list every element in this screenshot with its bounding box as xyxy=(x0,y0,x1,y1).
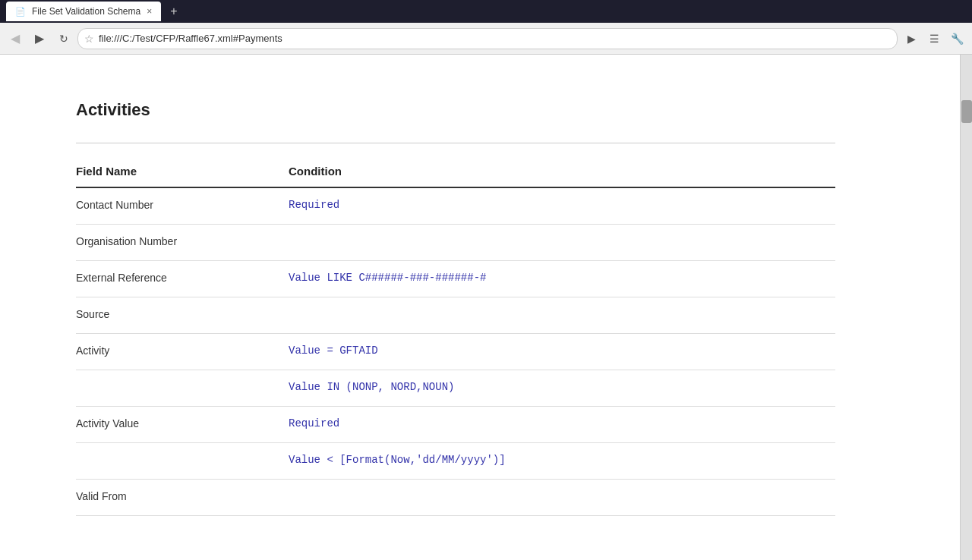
table-row: Activity Value = GFTAID xyxy=(76,334,835,370)
condition-external-reference: Value LIKE C######-###-######-# xyxy=(289,261,835,294)
new-tab-button[interactable]: + xyxy=(166,3,181,20)
header-field-name: Field Name xyxy=(76,165,289,178)
scrollbar-thumb[interactable] xyxy=(961,100,972,123)
page-content: Activities Field Name Condition Contact … xyxy=(0,55,873,546)
field-name-contact-number: Contact Number xyxy=(76,188,289,222)
table-row: Activity Value Required xyxy=(76,407,835,443)
table-row: Contact Number Required xyxy=(76,188,835,225)
condition-source xyxy=(289,297,835,319)
browser-tab[interactable]: 📄 File Set Validation Schema × xyxy=(6,2,161,21)
section-divider xyxy=(76,143,835,143)
browser-toolbar: ◀ ▶ ↻ ☆ ▶ ☰ 🔧 xyxy=(0,23,972,55)
section-title: Activities xyxy=(76,100,835,120)
table-row: Value IN (NONP, NORD,NOUN) xyxy=(76,370,835,407)
toolbar-right: ▶ ☰ 🔧 xyxy=(901,28,967,49)
settings-button[interactable]: 🔧 xyxy=(946,28,967,49)
table-row: Source xyxy=(76,297,835,334)
browser-content: Activities Field Name Condition Contact … xyxy=(0,55,960,560)
condition-contact-number: Required xyxy=(289,188,835,222)
field-name-activity: Activity xyxy=(76,334,289,367)
browser-titlebar: 📄 File Set Validation Schema × + xyxy=(0,0,972,23)
condition-activity-value-2: Required xyxy=(289,407,835,440)
reload-button[interactable]: ↻ xyxy=(53,28,74,49)
table-row: Valid From xyxy=(76,480,835,516)
go-button[interactable]: ▶ xyxy=(901,28,922,49)
address-bar[interactable] xyxy=(99,33,891,44)
condition-organisation-number xyxy=(289,225,835,246)
table-header: Field Name Condition xyxy=(76,159,835,188)
field-name-source: Source xyxy=(76,297,289,331)
field-name-external-reference: External Reference xyxy=(76,261,289,294)
condition-activity-value-3: Value < [Format(Now,'dd/MM/yyyy')] xyxy=(289,443,835,477)
condition-activity-value-1: Value IN (NONP, NORD,NOUN) xyxy=(289,370,835,404)
forward-button[interactable]: ▶ xyxy=(29,28,50,49)
tab-icon: 📄 xyxy=(15,7,26,17)
header-condition: Condition xyxy=(289,165,835,178)
bookmark-icon: ☆ xyxy=(84,33,94,45)
condition-activity: Value = GFTAID xyxy=(289,334,835,367)
scrollbar-track[interactable] xyxy=(960,55,972,560)
table-row: Organisation Number xyxy=(76,225,835,261)
condition-valid-from xyxy=(289,480,835,501)
browser-content-wrapper: Activities Field Name Condition Contact … xyxy=(0,55,972,560)
tab-close-button[interactable]: × xyxy=(147,6,152,17)
table-row: External Reference Value LIKE C######-##… xyxy=(76,261,835,297)
table-row: Value < [Format(Now,'dd/MM/yyyy')] xyxy=(76,443,835,480)
field-name-activity-value-spacer xyxy=(76,370,289,392)
field-name-activity-value: Activity Value xyxy=(76,407,289,440)
tab-title: File Set Validation Schema xyxy=(32,6,140,17)
field-name-valid-from: Valid From xyxy=(76,480,289,513)
address-bar-container: ☆ xyxy=(77,28,898,49)
back-button[interactable]: ◀ xyxy=(5,28,26,49)
bookmark-menu-button[interactable]: ☰ xyxy=(923,28,945,49)
field-name-activity-value-spacer2 xyxy=(76,443,289,464)
field-name-organisation-number: Organisation Number xyxy=(76,225,289,258)
